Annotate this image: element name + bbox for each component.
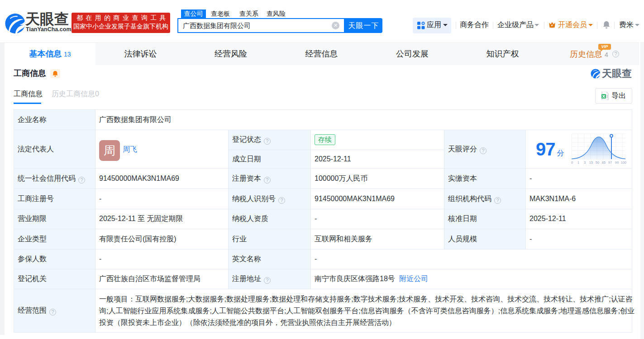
- svg-text:85: 85: [602, 160, 606, 165]
- svg-text:0: 0: [571, 160, 573, 165]
- svg-text:100: 100: [621, 160, 627, 165]
- svg-text:50: 50: [596, 160, 599, 165]
- svg-text:15: 15: [589, 160, 593, 165]
- svg-text:1: 1: [577, 160, 579, 165]
- svg-text:3: 3: [584, 160, 586, 165]
- svg-text:99: 99: [615, 160, 619, 165]
- svg-text:97: 97: [608, 160, 612, 165]
